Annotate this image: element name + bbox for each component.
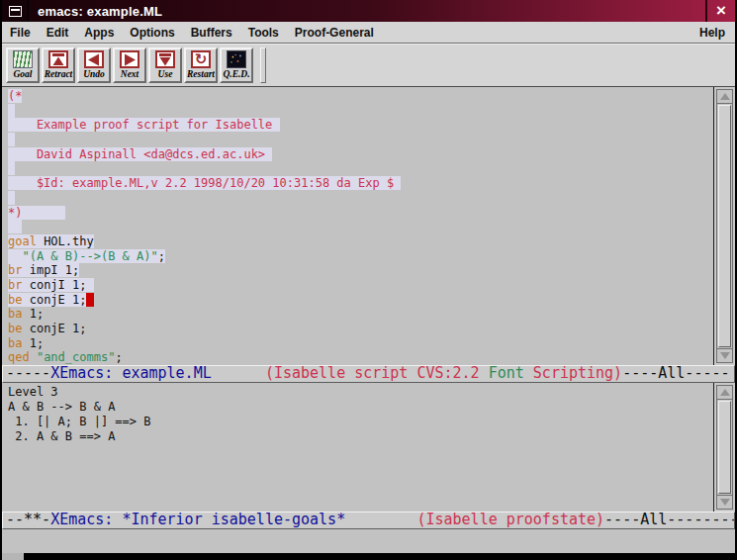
close-button[interactable]: × [705, 0, 735, 22]
modeline-line: -----XEmacs: example.ML (Isabelle script… [6, 366, 734, 381]
goal-button-label: Goal [14, 69, 33, 79]
code-line [8, 133, 713, 147]
code-line: qed "and_comms"; [8, 350, 713, 365]
code-line: Example proof script for Isabelle [8, 118, 713, 133]
window-menu-button[interactable] [2, 0, 29, 22]
scroll-down-arrow-icon [720, 499, 730, 506]
script-scrollbar-thumb[interactable] [718, 105, 731, 347]
undo-icon [84, 50, 104, 68]
proof-toolbar: Goal Retract Undo Next Use [2, 44, 735, 87]
code-line: br impI 1; [8, 263, 713, 278]
code-line: "(A & B)-->(B & A)"; [8, 249, 713, 264]
use-button[interactable]: Use [148, 47, 182, 83]
modeline-script: -----XEmacs: example.ML (Isabelle script… [2, 365, 735, 383]
goals-buffer-pane[interactable]: Level 3 A & B --> B & A 1. [| A; B |] ==… [2, 383, 713, 512]
script-scrollbar-column [713, 87, 735, 365]
code-line: David Aspinall <da@dcs.ed.ac.uk> [8, 147, 713, 162]
code-line: *) [8, 206, 713, 221]
code-line: $Id: example.ML,v 2.2 1998/10/20 10:31:5… [8, 176, 713, 191]
next-button[interactable]: Next [113, 47, 146, 83]
modeline-goals-text: --**-XEmacs: *Inferior isabelle-goals* (… [6, 513, 734, 527]
restart-icon: ↻ [191, 50, 211, 68]
titlebar[interactable]: emacs: example.ML × [2, 0, 735, 22]
use-icon [155, 50, 175, 68]
retract-button[interactable]: Retract [42, 47, 75, 83]
goal-icon [13, 50, 33, 68]
restart-button[interactable]: ↻ Restart [184, 47, 218, 83]
scroll-up-arrow-icon [720, 93, 730, 100]
next-button-label: Next [121, 69, 138, 79]
modeline-line: --**-XEmacs: *Inferior isabelle-goals* (… [6, 513, 734, 527]
retract-icon [48, 50, 68, 68]
window-menu-icon [9, 6, 22, 17]
script-buffer-window: (* Example proof script for Isabelle Dav… [2, 87, 735, 365]
goals-scrollbar-column [713, 383, 735, 512]
window-title: emacs: example.ML [29, 0, 705, 22]
goals-scrollbar[interactable] [716, 385, 733, 510]
code-line [8, 191, 713, 206]
modeline-goals: --**-XEmacs: *Inferior isabelle-goals* (… [2, 512, 735, 529]
code-line: be conjE 1; [8, 293, 713, 308]
goals-buffer-window: Level 3 A & B --> B & A 1. [| A; B |] ==… [2, 383, 735, 512]
minibuffer[interactable] [2, 529, 735, 553]
script-scrollbar[interactable] [716, 89, 733, 363]
code-line: (* [8, 89, 713, 104]
qed-fireworks-icon [227, 50, 246, 68]
qed-button[interactable]: Q.E.D. [220, 47, 253, 83]
menu-item-options[interactable]: Options [130, 26, 174, 40]
code-line: ba 1; [8, 307, 713, 322]
goals-scrollbar-thumb[interactable] [718, 401, 731, 494]
script-scrollbar-down-button[interactable] [717, 348, 732, 362]
code-line: br conjI 1; [8, 278, 713, 293]
scroll-down-arrow-icon [720, 352, 730, 359]
close-icon: × [716, 1, 726, 21]
code-line: goal HOL.thy [8, 234, 713, 249]
menu-item-buffers[interactable]: Buffers [191, 26, 232, 40]
menu-item-help[interactable]: Help [699, 26, 725, 40]
menu-item-file[interactable]: File [10, 26, 31, 40]
retract-button-label: Retract [45, 69, 73, 79]
scroll-up-arrow-icon [720, 389, 730, 396]
code-line: ba 1; [8, 336, 713, 351]
goals-buffer-text: Level 3 A & B --> B & A 1. [| A; B |] ==… [8, 385, 713, 444]
restart-button-label: Restart [187, 69, 215, 79]
qed-button-label: Q.E.D. [223, 69, 249, 79]
goal-button[interactable]: Goal [6, 47, 40, 83]
menubar: File Edit Apps Options Buffers Tools Pro… [2, 22, 735, 44]
resize-grip[interactable] [2, 553, 26, 560]
script-buffer-text[interactable]: (* Example proof script for Isabelle Dav… [2, 87, 713, 365]
undo-button[interactable]: Undo [77, 47, 111, 83]
menu-item-edit[interactable]: Edit [46, 26, 69, 40]
window-bottom-edge [2, 553, 735, 560]
menu-item-tools[interactable]: Tools [248, 26, 279, 40]
toolbar-separator [260, 47, 266, 83]
code-line [8, 104, 713, 119]
undo-button-label: Undo [83, 69, 105, 79]
use-button-label: Use [158, 69, 173, 79]
goals-scrollbar-up-button[interactable] [717, 386, 732, 400]
goals-scrollbar-down-button[interactable] [717, 495, 732, 509]
code-line: be conjE 1; [8, 322, 713, 336]
xemacs-window: emacs: example.ML × File Edit Apps Optio… [0, 0, 737, 560]
menu-item-apps[interactable]: Apps [84, 26, 114, 40]
script-scrollbar-up-button[interactable] [717, 90, 732, 104]
code-line [8, 220, 713, 234]
code-line [8, 161, 713, 176]
next-icon [120, 50, 139, 68]
modeline-script-text: -----XEmacs: example.ML (Isabelle script… [6, 366, 734, 381]
menu-item-proof-general[interactable]: Proof-General [295, 26, 374, 40]
